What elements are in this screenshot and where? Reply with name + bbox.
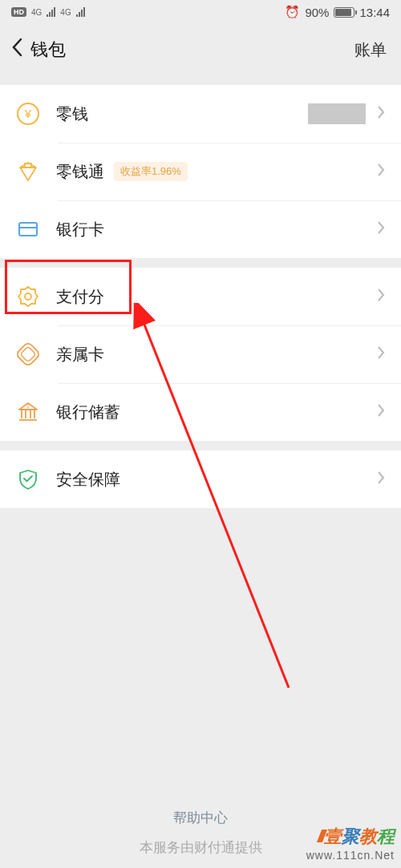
item-label: 银行卡 [56,219,104,240]
chevron-right-icon [377,403,385,422]
page-title: 钱包 [30,38,66,62]
svg-rect-5 [16,342,40,366]
item-balance[interactable]: ¥ 零钱 [0,85,401,143]
network-1: 4G [31,8,42,17]
network-2: 4G [60,8,71,17]
signal-icon-1 [47,7,55,17]
item-label: 零钱通 [56,161,104,183]
list-group-3: 安全保障 [0,450,401,508]
item-savings[interactable]: ¥ 银行储蓄 [0,383,401,441]
balance-value-hidden [308,103,366,124]
balance-icon: ¥ [16,102,40,126]
diamond-icon [16,159,40,184]
chevron-right-icon [377,345,385,364]
status-bar: HD 4G 4G ⏰ 90% 13:44 [0,0,401,24]
battery-percent: 90% [305,6,329,19]
status-right: ⏰ 90% 13:44 [285,5,390,19]
svg-text:¥: ¥ [24,107,32,120]
item-label: 亲属卡 [56,344,104,365]
item-lqt[interactable]: 零钱通 收益率1.96% [0,143,401,200]
chevron-right-icon [377,105,385,123]
status-left: HD 4G 4G [11,7,85,17]
bank-icon: ¥ [16,400,40,424]
svg-rect-2 [19,223,37,236]
list-group-2: 支付分 亲属卡 ¥ 银行储蓄 [0,268,401,441]
item-security[interactable]: 安全保障 [0,450,401,508]
watermark-brand: ///壹聚教程 [306,825,395,849]
watermark: ///壹聚教程 www.111cn.Net [306,825,395,862]
item-label: 安全保障 [56,469,120,491]
list-group-1: ¥ 零钱 零钱通 收益率1.96% 银行卡 [0,85,401,258]
card-icon [16,217,40,241]
item-payscore[interactable]: 支付分 [0,268,401,325]
badge-icon [16,285,40,309]
back-icon[interactable] [11,38,22,62]
item-label: 零钱 [56,103,88,125]
chevron-right-icon [377,288,385,306]
yield-tag: 收益率1.96% [114,162,188,181]
item-familycard[interactable]: 亲属卡 [0,325,401,383]
header: 钱包 账单 [0,24,401,75]
svg-point-4 [25,293,31,300]
chevron-right-icon [377,163,385,181]
shield-icon [16,467,40,491]
clock-time: 13:44 [359,6,390,19]
bills-button[interactable]: 账单 [354,39,387,61]
svg-rect-6 [20,346,36,362]
hd-badge: HD [11,7,26,17]
battery-icon [334,7,354,18]
watermark-url: www.111cn.Net [306,849,395,862]
item-bankcard[interactable]: 银行卡 [0,200,401,258]
item-label: 支付分 [56,286,104,308]
hearts-icon [16,342,40,366]
chevron-right-icon [377,470,385,489]
alarm-icon: ⏰ [285,5,300,19]
chevron-right-icon [377,220,385,239]
item-label: 银行储蓄 [56,402,120,423]
signal-icon-2 [76,7,85,17]
